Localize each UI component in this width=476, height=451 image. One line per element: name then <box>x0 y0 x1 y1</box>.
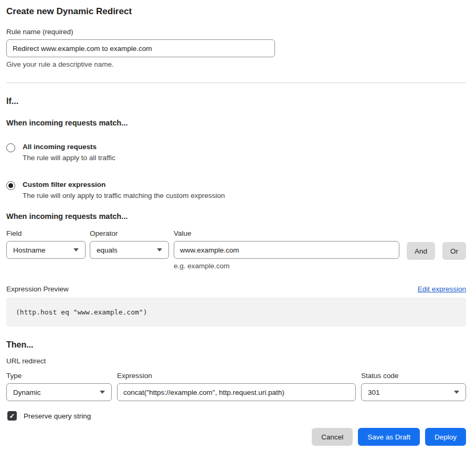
status-code-select[interactable]: 301 <box>361 383 466 401</box>
preserve-query-string-label: Preserve query string <box>24 412 91 420</box>
type-select-value: Dynamic <box>13 389 41 396</box>
cancel-button[interactable]: Cancel <box>312 428 353 446</box>
footer-actions: Cancel Save as Draft Deploy <box>6 428 466 446</box>
operator-select-value: equals <box>97 246 118 254</box>
radio-option-custom-filter-expression[interactable]: Custom filter expression The rule will o… <box>6 181 466 200</box>
status-code-label: Status code <box>361 372 466 380</box>
rule-name-helper: Give your rule a descriptive name. <box>6 60 466 68</box>
builder-actions: And Or <box>407 229 466 260</box>
field-label: Field <box>6 229 86 237</box>
redirect-settings-row: Type Dynamic Expression Status code 301 <box>6 372 466 401</box>
url-redirect-label: URL redirect <box>6 357 466 365</box>
if-subheading: When incoming requests match... <box>6 119 466 127</box>
page-title: Create new Dynamic Redirect <box>6 6 466 17</box>
then-heading: Then... <box>6 340 466 350</box>
type-select[interactable]: Dynamic <box>6 383 112 401</box>
rule-name-input[interactable] <box>6 39 275 57</box>
radio-option-label: All incoming requests <box>23 143 115 151</box>
operator-select[interactable]: equals <box>90 241 169 259</box>
expression-builder-row: Field Hostname Operator equals Value e.g… <box>6 229 466 270</box>
rule-name-label: Rule name (required) <box>6 28 466 36</box>
radio-option-all-incoming-requests[interactable]: All incoming requests The rule will appl… <box>6 143 466 162</box>
save-as-draft-button[interactable]: Save as Draft <box>358 428 420 446</box>
expression-code-text: (http.host eq "www.example.com") <box>16 308 147 316</box>
value-label: Value <box>174 229 399 237</box>
preserve-query-string-checkbox[interactable]: ✓ Preserve query string <box>6 411 466 421</box>
field-select-value: Hostname <box>13 246 46 254</box>
redirect-expression-label: Expression <box>117 372 356 380</box>
status-code-select-value: 301 <box>368 389 380 396</box>
value-helper: e.g. example.com <box>174 262 399 270</box>
field-select[interactable]: Hostname <box>6 241 86 259</box>
chevron-down-icon <box>157 248 162 251</box>
rule-name-group: Rule name (required) Give your rule a de… <box>6 28 466 68</box>
chevron-down-icon <box>100 391 105 394</box>
radio-option-description: The rule will only apply to traffic matc… <box>23 192 225 200</box>
section-divider <box>6 82 466 83</box>
radio-unselected-icon <box>6 143 15 152</box>
expression-preview-header: Expression Preview Edit expression <box>6 285 466 293</box>
type-label: Type <box>6 372 112 380</box>
operator-label: Operator <box>90 229 169 237</box>
redirect-expression-input[interactable] <box>117 383 356 401</box>
expression-preview-code: (http.host eq "www.example.com") <box>6 298 466 327</box>
create-dynamic-redirect-form: Create new Dynamic Redirect Rule name (r… <box>0 0 476 451</box>
value-input[interactable] <box>174 241 399 259</box>
radio-option-description: The rule will apply to all traffic <box>23 154 115 162</box>
radio-option-label: Custom filter expression <box>23 181 225 188</box>
expression-preview-label: Expression Preview <box>6 285 69 293</box>
and-button[interactable]: And <box>407 242 435 260</box>
chevron-down-icon <box>454 391 459 394</box>
if-heading: If... <box>6 97 466 106</box>
edit-expression-link[interactable]: Edit expression <box>418 285 466 293</box>
chevron-down-icon <box>73 248 79 251</box>
checkbox-checked-icon: ✓ <box>7 411 17 421</box>
deploy-button[interactable]: Deploy <box>425 428 466 446</box>
radio-selected-icon <box>6 181 15 190</box>
match-builder-heading: When incoming requests match... <box>6 212 466 221</box>
check-icon: ✓ <box>9 413 15 419</box>
or-button[interactable]: Or <box>442 242 466 260</box>
